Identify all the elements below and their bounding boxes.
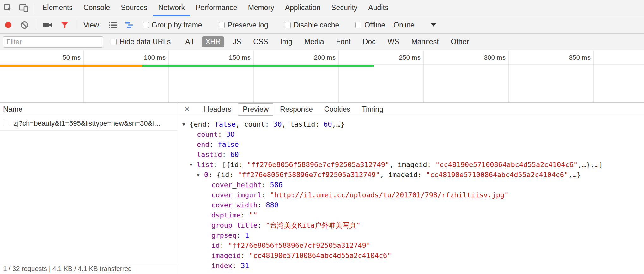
- request-list-panel: Name zj?ch=beauty&t1=595&listtype=new&sn…: [0, 103, 178, 274]
- tree-token: :: [222, 150, 230, 160]
- checkbox-preserve-log[interactable]: Preserve log: [219, 21, 268, 29]
- expander-icon[interactable]: ▼: [182, 119, 190, 129]
- tab-elements[interactable]: Elements: [37, 0, 78, 16]
- tab-console[interactable]: Console: [78, 0, 115, 16]
- tree-token: "cc48190e57100864abc4d55a2c4104c6": [249, 251, 391, 261]
- tree-token: "cc48190e57100864abc4d55a2c4104c6": [426, 170, 568, 180]
- filter-type-other[interactable]: Other: [447, 36, 473, 47]
- record-button[interactable]: [5, 22, 11, 28]
- filter-type-img[interactable]: Img: [276, 36, 296, 47]
- request-details-panel: × HeadersPreviewResponseCookiesTiming ▼{…: [178, 103, 644, 274]
- detail-tab-timing[interactable]: Timing: [357, 103, 388, 116]
- tab-application[interactable]: Application: [280, 0, 326, 16]
- view-label: View:: [83, 21, 101, 29]
- funnel-glyph: [61, 21, 69, 29]
- network-overview[interactable]: 50 ms100 ms150 ms200 ms250 ms300 ms350 m…: [0, 50, 644, 103]
- expander-icon[interactable]: ▼: [190, 160, 197, 170]
- tab-sources[interactable]: Sources: [115, 0, 153, 16]
- tree-row[interactable]: ▼list: [{id: "ff276e8056f58896e7cf92505a…: [178, 160, 644, 170]
- checkbox-label: Group by frame: [152, 21, 202, 29]
- tree-token: 0: [204, 170, 208, 180]
- filter-type-doc[interactable]: Doc: [359, 36, 380, 47]
- checkbox-box: [111, 39, 117, 45]
- tree-row: id: "ff276e8056f58896e7cf92505a312749": [178, 241, 644, 251]
- network-main: Name zj?ch=beauty&t1=595&listtype=new&sn…: [0, 103, 644, 274]
- checkbox-hide-data-urls[interactable]: Hide data URLs: [111, 38, 171, 46]
- inspect-element-icon[interactable]: [0, 0, 16, 16]
- checkbox-label: Preserve log: [228, 21, 268, 29]
- filter-type-js[interactable]: JS: [229, 36, 245, 47]
- request-name: zj?ch=beauty&t1=595&listtype=new&sn=30&l…: [14, 119, 161, 128]
- tree-row: grpseq: 1: [178, 230, 644, 241]
- tree-token: 30: [273, 119, 282, 129]
- tree-row[interactable]: ▼0: {id: "ff276e8056f58896e7cf92505a3127…: [178, 170, 644, 180]
- tree-token: :: [241, 251, 249, 261]
- tree-token: , imageid:: [380, 170, 426, 180]
- tree-token: end: [197, 140, 210, 150]
- tab-performance[interactable]: Performance: [190, 0, 243, 16]
- tree-token: :: [258, 220, 266, 230]
- tree-token: id: [211, 241, 220, 251]
- tree-token: :: [262, 190, 270, 200]
- request-row[interactable]: zj?ch=beauty&t1=595&listtype=new&sn=30&l…: [0, 116, 178, 131]
- checkbox-disable-cache[interactable]: Disable cache: [285, 21, 339, 29]
- device-toolbar-icon[interactable]: [16, 0, 32, 16]
- tab-security[interactable]: Security: [326, 0, 363, 16]
- tab-memory[interactable]: Memory: [243, 0, 280, 16]
- detail-tab-response[interactable]: Response: [275, 103, 318, 116]
- summary-text: 1 / 32 requests | 4.1 KB / 4.1 KB transf…: [3, 265, 132, 272]
- summary-bar: 1 / 32 requests | 4.1 KB / 4.1 KB transf…: [0, 263, 178, 274]
- tree-token: :: [218, 129, 226, 140]
- filter-type-all[interactable]: All: [181, 36, 197, 47]
- detail-tab-headers[interactable]: Headers: [199, 103, 236, 116]
- detail-tab-preview[interactable]: Preview: [238, 103, 273, 116]
- clear-button[interactable]: [21, 21, 28, 29]
- checkbox-label: Hide data URLs: [119, 38, 171, 46]
- tree-token: :: [232, 261, 241, 271]
- tree-token: "ff276e8056f58896e7cf92505a312749": [228, 241, 370, 251]
- timeline-tick-label: 350 ms: [569, 50, 593, 64]
- tree-token: imageid: [211, 251, 241, 261]
- filter-type-manifest[interactable]: Manifest: [408, 36, 443, 47]
- timeline-tick-label: 200 ms: [314, 50, 338, 64]
- tree-row: group_title: "台湾美女Kila户外唯美写真": [178, 220, 644, 230]
- tree-token: :: [241, 210, 249, 220]
- network-toolbar: View: Group by framePreserve logDisable …: [0, 16, 644, 34]
- tab-network[interactable]: Network: [153, 0, 190, 16]
- timeline-gridline: [83, 50, 84, 102]
- filter-input[interactable]: [3, 36, 103, 48]
- tree-token: list: [197, 160, 214, 170]
- checkbox-box: [219, 22, 225, 28]
- filter-type-font[interactable]: Font: [332, 36, 355, 47]
- tab-audits[interactable]: Audits: [363, 0, 394, 16]
- tree-row[interactable]: ▼{end: false, count: 30, lastid: 60,…}: [178, 119, 644, 129]
- checkbox-offline[interactable]: Offline: [355, 21, 385, 29]
- tree-token: ,…}: [332, 119, 344, 129]
- capture-screenshots-icon[interactable]: [43, 21, 52, 28]
- close-icon[interactable]: ×: [180, 105, 194, 114]
- filter-funnel-icon[interactable]: [61, 21, 69, 29]
- expander-icon[interactable]: ▼: [197, 170, 204, 180]
- name-column-header[interactable]: Name: [0, 103, 178, 116]
- tree-token: :: [262, 180, 270, 190]
- tree-token: 880: [266, 200, 278, 210]
- filter-type-ws[interactable]: WS: [384, 36, 403, 47]
- filter-type-media[interactable]: Media: [301, 36, 328, 47]
- tree-token: cover_height: [211, 180, 262, 190]
- checkbox-group-by-frame[interactable]: Group by frame: [143, 21, 202, 29]
- inspect-element-glyph: [4, 4, 12, 12]
- toolbar-divider: [36, 20, 36, 30]
- filter-type-xhr[interactable]: XHR: [202, 36, 225, 47]
- throttling-select[interactable]: Online: [393, 21, 436, 29]
- tree-token: , count:: [236, 119, 273, 129]
- tree-token: index: [211, 261, 232, 271]
- list-rows-glyph: [109, 22, 117, 28]
- tree-token: :: [220, 241, 228, 251]
- small-request-rows-icon[interactable]: [109, 22, 117, 28]
- tree-token: ,…}: [568, 170, 581, 180]
- filter-type-css[interactable]: CSS: [249, 36, 272, 47]
- checkbox-label: Offline: [364, 21, 385, 29]
- detail-tab-cookies[interactable]: Cookies: [319, 103, 355, 116]
- request-checkbox[interactable]: [4, 121, 9, 126]
- show-overview-icon[interactable]: [125, 22, 134, 28]
